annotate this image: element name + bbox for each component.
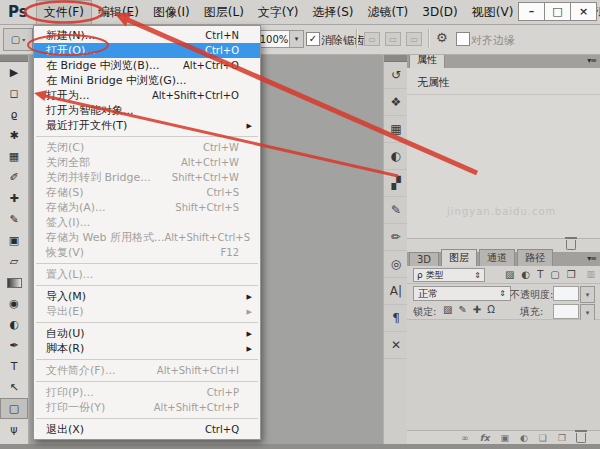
menu-item[interactable]: 在 Mini Bridge 中浏览(G)... (34, 73, 260, 88)
layers-footer-icon[interactable]: ❐ (558, 433, 566, 443)
align-option-icon[interactable]: ▭ (364, 32, 380, 46)
menubar-item[interactable]: 文件(F) (37, 1, 91, 24)
tool-button[interactable]: ▱ (0, 251, 28, 272)
tool-button[interactable]: ✚ (0, 188, 28, 209)
tool-button[interactable]: ▣ (0, 230, 28, 251)
tool-preset-picker[interactable]: ▢ ▾ (3, 28, 33, 51)
layers-footer-icon[interactable]: ▣ (500, 433, 509, 443)
menu-item[interactable]: 恢复(V) F12 (34, 245, 260, 260)
align-option-icon[interactable]: ▭ (406, 32, 422, 46)
blend-mode-select[interactable]: 正常 ⇕ (413, 286, 511, 301)
tool-button[interactable]: ✐ (0, 167, 28, 188)
menu-item[interactable] (34, 415, 260, 422)
panel-menu-icon[interactable]: ▾≡ (587, 254, 596, 263)
dock-panel-button[interactable]: ▞ (384, 170, 408, 197)
menu-item[interactable] (34, 378, 260, 385)
tool-button[interactable] (0, 272, 28, 293)
dock-panel-button[interactable]: ✕ (384, 332, 408, 359)
dock-panel-button[interactable]: ◐ (384, 143, 408, 170)
delete-layer-trash-icon[interactable] (576, 433, 586, 443)
opacity-field[interactable] (553, 286, 579, 301)
align-option-icon[interactable]: ▭ (385, 32, 401, 46)
menu-item[interactable]: 打印(P)... Ctrl+P (34, 385, 260, 400)
layer-filter-icon[interactable]: ◐ (521, 268, 530, 281)
menubar-item[interactable]: 图像(I) (146, 1, 197, 24)
dock-collapse-bar[interactable] (384, 54, 408, 62)
menubar-item[interactable]: 选择(S) (306, 1, 361, 24)
dock-panel-button[interactable]: A| (384, 278, 408, 305)
menu-item[interactable]: 脚本(R) ▶ (34, 341, 260, 356)
menu-item[interactable]: 导出(E) ▶ (34, 304, 260, 319)
trash-icon[interactable] (566, 240, 576, 250)
close-button[interactable]: × (570, 2, 597, 21)
tool-button[interactable]: T (0, 356, 28, 377)
menu-item[interactable]: 存储为 Web 所用格式... Alt+Shift+Ctrl+S (34, 230, 260, 245)
layers-footer-icon[interactable]: ◐ (520, 433, 528, 443)
menubar-item[interactable]: 图层(L) (197, 1, 251, 24)
maximize-button[interactable]: □ (544, 2, 571, 21)
layers-group-tab[interactable]: 3D (409, 252, 439, 266)
dock-panel-button[interactable]: ✎ (384, 197, 408, 224)
tool-button[interactable]: ϱ (0, 104, 28, 125)
tool-button[interactable]: ✱ (0, 125, 28, 146)
gear-icon[interactable]: ⚙ (436, 30, 448, 45)
tool-button[interactable]: ↖ (0, 377, 28, 398)
menu-item[interactable]: 在 Bridge 中浏览(B)... Alt+Ctrl+O (34, 58, 260, 73)
menu-item[interactable]: 存储(S) Ctrl+S (34, 185, 260, 200)
layers-group-tab[interactable]: 图层 (441, 249, 477, 266)
layers-footer-icon[interactable]: ∞ (461, 433, 469, 443)
menu-item[interactable]: 打开(O)... Ctrl+O (34, 43, 260, 58)
zoom-level-dropdown-arrow[interactable]: ▾ (289, 30, 304, 48)
tool-button[interactable]: ▶ (0, 62, 28, 83)
dock-panel-button[interactable]: ¶ (384, 305, 408, 332)
layer-filter-icon[interactable]: ▢ (550, 268, 559, 281)
menubar-item[interactable]: 文字(Y) (251, 1, 306, 24)
menubar-item[interactable]: 视图(V) (465, 1, 521, 24)
menu-item[interactable] (34, 260, 260, 267)
menu-item[interactable]: 最近打开文件(T) ▶ (34, 118, 260, 133)
menubar-item[interactable]: 滤镜(T) (361, 1, 416, 24)
menu-item[interactable]: 打印一份(Y) Alt+Shift+Ctrl+P (34, 400, 260, 415)
tool-button[interactable]: ◻ (0, 83, 28, 104)
menubar-item[interactable]: 3D(D) (415, 2, 464, 22)
lock-icon[interactable]: ▨ (443, 304, 452, 315)
panel-menu-icon[interactable]: ▾≡ (587, 56, 596, 65)
menu-item[interactable] (34, 282, 260, 289)
menu-item[interactable]: 存储为(A)... Shift+Ctrl+S (34, 200, 260, 215)
dock-panel-button[interactable]: ▦ (384, 116, 408, 143)
tools-panel-collapse-bar[interactable] (0, 54, 28, 62)
menu-item[interactable]: 文件简介(F)... Alt+Shift+Ctrl+I (34, 363, 260, 378)
menubar-item[interactable]: 编辑(E) (91, 1, 146, 24)
lock-icon[interactable]: Ω (487, 304, 495, 315)
layers-group-tab[interactable]: 路径 (517, 249, 553, 266)
tool-button[interactable]: ◉ (0, 293, 28, 314)
tool-button[interactable]: ◐ (0, 314, 28, 335)
lock-icon[interactable]: ✚ (473, 304, 481, 315)
layers-footer-icon[interactable]: fx (480, 433, 490, 443)
menu-item[interactable]: 新建(N)... Ctrl+N (34, 28, 260, 43)
tool-button[interactable]: ✒ (0, 335, 28, 356)
tool-button[interactable]: ψ (0, 419, 28, 440)
tool-button[interactable]: ▢ (0, 398, 28, 419)
dock-panel-button[interactable]: ↺ (384, 62, 408, 89)
anti-alias-checkbox[interactable]: ✓ (306, 32, 320, 46)
menu-item[interactable]: 打开为... Alt+Shift+Ctrl+O (34, 88, 260, 103)
layer-filter-icon[interactable]: ❐ (567, 268, 576, 281)
layer-filter-type-select[interactable]: ρ 类型 ⇕ (413, 268, 485, 282)
align-edges-checkbox[interactable] (456, 32, 470, 46)
menu-item[interactable]: 关闭(C) Ctrl+W (34, 140, 260, 155)
layer-filter-icon[interactable]: T (537, 268, 543, 281)
lock-icon[interactable]: ✎ (458, 304, 466, 315)
layers-group-tab[interactable]: 通道 (479, 249, 515, 266)
menu-item[interactable]: 关闭并转到 Bridge... Shift+Ctrl+W (34, 170, 260, 185)
opacity-dropdown-arrow[interactable]: ▾ (580, 286, 595, 303)
menu-item[interactable]: 导入(M) ▶ (34, 289, 260, 304)
tool-button[interactable]: ✎ (0, 209, 28, 230)
layer-filter-toggle-icon[interactable]: ▥ (586, 269, 595, 279)
menu-item[interactable]: 打开为智能对象... (34, 103, 260, 118)
fill-dropdown-arrow[interactable]: ▾ (580, 304, 595, 321)
menu-item[interactable] (34, 319, 260, 326)
menu-item[interactable]: 置入(L)... (34, 267, 260, 282)
tool-button[interactable]: ▦ (0, 146, 28, 167)
menu-item[interactable]: 自动(U) ▶ (34, 326, 260, 341)
